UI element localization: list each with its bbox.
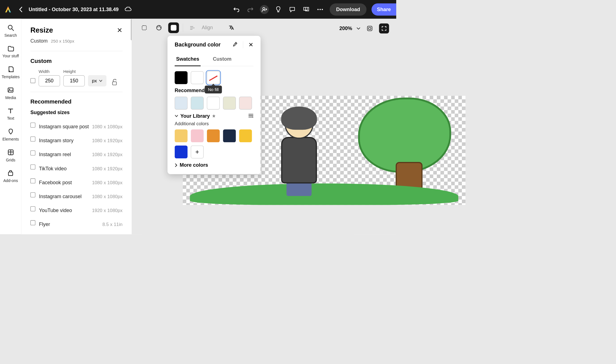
app-logo[interactable]	[4, 5, 13, 14]
align-tool[interactable]	[187, 22, 198, 33]
present-icon[interactable]	[302, 5, 311, 14]
size-checkbox[interactable]	[30, 164, 35, 169]
align-label: Align	[202, 25, 213, 31]
color-tool[interactable]	[154, 22, 164, 33]
rail-text[interactable]: Text	[7, 107, 14, 121]
share-button[interactable]: Share	[371, 3, 396, 16]
color-swatch[interactable]	[175, 146, 188, 158]
expand-button[interactable]	[379, 23, 389, 33]
color-swatch[interactable]	[175, 71, 188, 84]
color-swatch[interactable]	[175, 129, 188, 142]
size-name: Instagram reel	[39, 152, 71, 158]
back-button[interactable]	[16, 5, 25, 14]
size-checkbox[interactable]	[30, 150, 35, 155]
document-title[interactable]: Untitled - October 30, 2023 at 11.38.49	[29, 6, 119, 12]
rail-addons[interactable]: Add-ons	[3, 169, 18, 183]
canvas-area[interactable]: Align 200%	[132, 19, 396, 234]
color-swatch[interactable]	[191, 129, 204, 142]
size-checkbox[interactable]	[30, 136, 35, 141]
eyedropper-button[interactable]	[232, 41, 238, 48]
color-swatch[interactable]	[175, 97, 188, 109]
suggested-size-row[interactable]: Instagram story 1080 x 1920px	[30, 134, 122, 147]
divider	[30, 51, 122, 51]
rail-elements[interactable]: Elements	[3, 128, 19, 142]
divider	[30, 92, 122, 92]
color-swatch[interactable]	[207, 97, 220, 109]
left-rail: Search Your stuff Templates Media Text E…	[0, 19, 21, 234]
fit-button[interactable]	[365, 23, 375, 33]
color-swatch[interactable]	[207, 129, 220, 142]
background-color-tool[interactable]	[168, 22, 179, 33]
color-swatch[interactable]	[223, 129, 236, 142]
size-checkbox[interactable]	[30, 122, 35, 127]
add-color-button[interactable]: +	[191, 146, 204, 158]
svg-point-6	[9, 89, 10, 90]
current-size-dims: 250 x 150px	[51, 38, 74, 43]
suggested-size-row[interactable]: TikTok video 1080 x 1920px	[30, 161, 122, 175]
your-library-toggle[interactable]: Your Library	[175, 113, 216, 119]
suggested-size-row[interactable]: Flyer 8.5 x 11in	[30, 217, 122, 231]
tab-swatches[interactable]: Swatches	[175, 54, 201, 66]
rail-media[interactable]: Media	[5, 87, 16, 100]
rail-grids[interactable]: Grids	[6, 149, 15, 162]
rail-your-stuff[interactable]: Your stuff	[3, 45, 19, 58]
suggested-size-row[interactable]: Instagram square post 1080 x 1080px	[30, 120, 122, 134]
unit-select[interactable]: px	[88, 75, 107, 87]
comment-icon[interactable]	[288, 5, 297, 14]
color-swatch[interactable]	[239, 97, 252, 109]
zoom-value[interactable]: 200%	[339, 26, 352, 31]
more-colors-toggle[interactable]: More colors	[175, 162, 253, 168]
svg-point-13	[159, 26, 160, 27]
no-fill-swatch[interactable]: No fill	[207, 71, 220, 84]
suggested-size-row[interactable]: Instagram carousel 1080 x 1080px	[30, 190, 122, 203]
rail-search[interactable]: Search	[4, 24, 17, 38]
invite-button[interactable]	[260, 5, 269, 14]
translate-tool[interactable]	[226, 22, 237, 33]
close-popover-button[interactable]: ✕	[248, 41, 253, 48]
chevron-down-icon[interactable]	[356, 27, 360, 30]
width-input[interactable]	[39, 75, 60, 86]
size-checkbox[interactable]	[30, 206, 35, 211]
download-button[interactable]: Download	[330, 3, 366, 16]
color-swatch[interactable]	[191, 97, 204, 109]
size-checkbox[interactable]	[30, 192, 35, 197]
height-input[interactable]	[63, 75, 85, 86]
suggested-size-row[interactable]: YouTube video 1920 x 1080px	[30, 203, 122, 217]
size-dimensions: 1920 x 1080px	[92, 208, 123, 213]
size-checkbox[interactable]	[30, 220, 35, 225]
height-label: Height	[63, 69, 85, 74]
undo-button[interactable]	[232, 5, 241, 14]
custom-checkbox[interactable]	[30, 78, 35, 83]
cloud-icon[interactable]	[124, 6, 132, 13]
color-swatch[interactable]	[191, 71, 204, 84]
size-name: Facebook post	[39, 179, 72, 185]
redo-button[interactable]	[246, 5, 255, 14]
color-swatch[interactable]	[223, 97, 236, 109]
lock-aspect-button[interactable]	[112, 78, 118, 86]
svg-point-1	[317, 9, 319, 10]
rail-templates[interactable]: Templates	[2, 66, 20, 79]
your-library-label: Your Library	[180, 113, 210, 119]
size-checkbox[interactable]	[30, 178, 35, 183]
svg-rect-16	[369, 27, 371, 29]
size-name: Instagram story	[39, 138, 73, 144]
svg-rect-10	[142, 26, 146, 30]
rail-text-label: Text	[7, 116, 14, 121]
suggested-size-row[interactable]: Facebook post 1080 x 1080px	[30, 175, 122, 189]
rail-search-label: Search	[4, 33, 17, 38]
size-dimensions: 8.5 x 11in	[102, 222, 123, 227]
resize-panel: Resize ✕ Custom 250 x 150px Custom Width…	[21, 19, 132, 234]
crop-tool[interactable]	[139, 22, 150, 33]
close-resize-button[interactable]: ✕	[117, 26, 123, 34]
more-icon[interactable]	[316, 5, 325, 14]
suggested-size-row[interactable]: Instagram reel 1080 x 1920px	[30, 147, 122, 161]
list-view-button[interactable]	[248, 114, 253, 119]
canvas-toolbar: Align	[139, 22, 237, 33]
svg-point-12	[157, 27, 158, 28]
width-label: Width	[39, 69, 60, 74]
character	[278, 110, 321, 196]
idea-icon[interactable]	[274, 5, 283, 14]
color-swatch[interactable]	[239, 129, 252, 142]
svg-rect-8	[9, 172, 13, 176]
tab-custom[interactable]: Custom	[211, 54, 233, 66]
